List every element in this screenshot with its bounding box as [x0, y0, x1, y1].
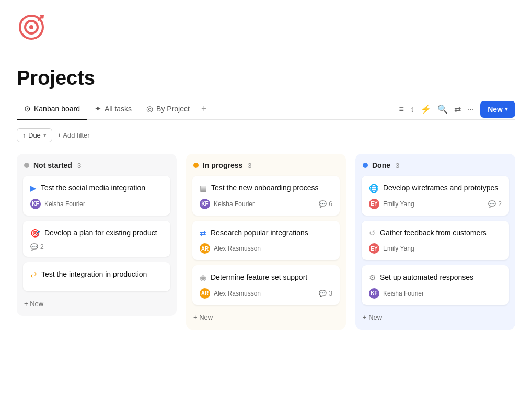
comment-count-card2: 💬 2: [30, 243, 44, 251]
comment-icon-4: 💬: [488, 200, 496, 208]
all-tasks-icon: ✦: [95, 104, 101, 114]
lightning-icon[interactable]: ⚡: [421, 104, 431, 114]
avatar-emily-2: EY: [369, 243, 379, 254]
card-gather-feedback[interactable]: ↺ Gather feedback from customers EY Emil…: [362, 221, 509, 261]
page-title: Projects: [17, 67, 515, 89]
card-test-integration[interactable]: ⇄ Test the integration in production: [23, 262, 170, 291]
target-icon: 🎯: [30, 229, 40, 238]
status-dot-not-started: [24, 163, 29, 168]
card-develop-plan[interactable]: 🎯 Develop a plan for existing product 💬 …: [23, 221, 170, 257]
comment-count-card7: 💬 2: [488, 200, 502, 208]
card-onboarding-process[interactable]: ▤ Test the new onboarding process KF Kei…: [192, 176, 340, 216]
logo: [17, 13, 515, 56]
add-new-in-progress[interactable]: + New: [192, 310, 340, 322]
card-test-social-media[interactable]: ▶ Test the social media integration KF K…: [23, 176, 170, 216]
arrows-icon: ⇄: [30, 270, 37, 279]
avatar-alex: AR: [200, 243, 210, 254]
branch-icon[interactable]: ⇄: [454, 104, 461, 114]
toolbar-right: ≡ ↕ ⚡ 🔍 ⇄ ··· New ▾: [399, 101, 515, 118]
add-new-not-started[interactable]: + New: [23, 297, 170, 309]
column-in-progress: In progress 3 ▤ Test the new onboarding …: [186, 154, 346, 330]
card-feature-set[interactable]: ◉ Determine feature set support AR Alex …: [192, 265, 340, 305]
add-tab-button[interactable]: +: [197, 99, 211, 119]
document-icon: ▤: [200, 184, 207, 193]
comment-icon-3: 💬: [319, 290, 327, 297]
due-filter-chip[interactable]: ↑ Due ▾: [17, 128, 52, 142]
add-new-done[interactable]: + New: [362, 310, 509, 322]
avatar-emily: EY: [369, 199, 379, 209]
tab-by-project[interactable]: ◎ By Project: [139, 99, 197, 120]
comment-icon: 💬: [30, 243, 38, 251]
filter-icon[interactable]: ≡: [399, 105, 404, 114]
by-project-icon: ◎: [146, 104, 153, 114]
kanban-icon: ⊙: [24, 104, 31, 114]
column-header-in-progress: In progress 3: [192, 161, 340, 169]
filters-bar: ↑ Due ▾ + Add filter: [17, 128, 515, 142]
sort-icon[interactable]: ↕: [410, 105, 414, 114]
refresh-icon: ↺: [369, 229, 376, 238]
search-icon[interactable]: 🔍: [437, 104, 448, 114]
comment-count-card6: 💬 3: [319, 290, 332, 297]
more-icon[interactable]: ···: [467, 105, 474, 114]
sync-icon: ⇄: [200, 229, 206, 238]
circle-icon: ◉: [200, 273, 206, 282]
comment-count-card4: 💬 6: [319, 200, 332, 208]
add-filter-button[interactable]: + Add filter: [57, 131, 90, 139]
new-button[interactable]: New ▾: [480, 101, 515, 118]
tab-kanban[interactable]: ⊙ Kanban board: [17, 99, 87, 120]
column-header-not-started: Not started 3: [23, 161, 170, 169]
avatar-keisha-3: KF: [369, 288, 379, 299]
column-done: Done 3 🌐 Develop wireframes and prototyp…: [355, 154, 515, 330]
column-not-started: Not started 3 ▶ Test the social media in…: [17, 154, 177, 316]
status-dot-done: [363, 163, 368, 168]
avatar-keisha: KF: [30, 199, 41, 209]
avatar-keisha-2: KF: [200, 199, 210, 209]
gear-icon: ⚙: [369, 273, 376, 282]
play-icon: ▶: [30, 184, 37, 193]
card-wireframes[interactable]: 🌐 Develop wireframes and prototypes EY E…: [362, 176, 509, 216]
comment-icon-2: 💬: [319, 200, 327, 208]
tabs-bar: ⊙ Kanban board ✦ All tasks ◎ By Project …: [17, 99, 515, 120]
due-filter-icon: ↑: [22, 132, 26, 139]
card-automated-responses[interactable]: ⚙ Set up automated responses KF Keisha F…: [362, 265, 509, 305]
status-dot-in-progress: [193, 163, 199, 168]
globe-icon: 🌐: [369, 184, 379, 193]
tab-all-tasks[interactable]: ✦ All tasks: [87, 99, 139, 120]
kanban-board: Not started 3 ▶ Test the social media in…: [17, 154, 515, 330]
svg-point-2: [29, 25, 33, 29]
new-btn-chevron-icon: ▾: [505, 106, 508, 112]
column-header-done: Done 3: [362, 161, 509, 169]
card-research-integrations[interactable]: ⇄ Research popular integrations AR Alex …: [192, 221, 340, 261]
avatar-alex-2: AR: [200, 288, 210, 299]
due-filter-chevron: ▾: [43, 132, 47, 139]
